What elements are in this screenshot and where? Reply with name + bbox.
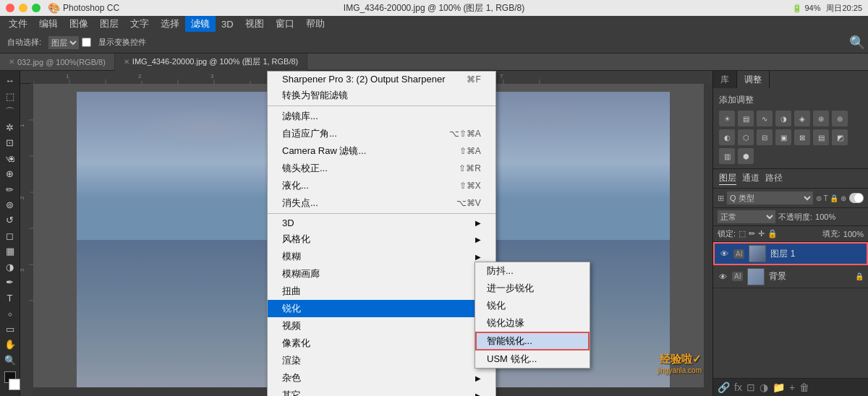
- adj-channelmix[interactable]: ⊟: [757, 129, 773, 145]
- tab-032[interactable]: ✕ 032.jpg @ 100%(RGB/8): [0, 53, 115, 71]
- lock-pixels-icon[interactable]: ✏: [749, 229, 755, 238]
- tab-library[interactable]: 库: [713, 71, 737, 88]
- tab-paths[interactable]: 路径: [765, 172, 783, 185]
- brush-tool[interactable]: ✏: [2, 182, 18, 196]
- eraser-tool[interactable]: ◻: [2, 229, 18, 243]
- svg-rect-34: [370, 272, 373, 301]
- adj-curves[interactable]: ∿: [757, 111, 773, 126]
- delete-layer-icon[interactable]: 🗑: [799, 382, 809, 393]
- background-color[interactable]: [9, 379, 20, 390]
- menu-3d[interactable]: 3D: [216, 16, 239, 32]
- adj-selectcolor[interactable]: ⬢: [738, 148, 754, 164]
- close-button[interactable]: [6, 4, 14, 12]
- layer-name-bg: 背景: [769, 270, 851, 283]
- path-tool[interactable]: ⬦: [2, 306, 18, 320]
- adj-colorlookup[interactable]: ▣: [775, 129, 791, 145]
- ai-badge-bg: AI: [732, 272, 743, 281]
- adj-hsl[interactable]: ⊛: [813, 111, 829, 126]
- fill-value[interactable]: 100%: [843, 230, 864, 238]
- svg-text:2: 2: [20, 196, 25, 199]
- svg-rect-35: [377, 272, 380, 301]
- svg-text:1: 1: [20, 124, 25, 127]
- menu-view[interactable]: 视图: [239, 16, 270, 32]
- menu-select[interactable]: 选择: [155, 16, 185, 32]
- visibility-icon-layer1[interactable]: 👁: [719, 249, 729, 258]
- scrollbar-vertical[interactable]: [704, 84, 712, 396]
- layer-style-icon[interactable]: fx: [734, 382, 742, 393]
- show-transform-checkbox[interactable]: [82, 38, 91, 47]
- adj-exposure[interactable]: ◑: [775, 111, 791, 126]
- menu-file[interactable]: 文件: [3, 16, 33, 32]
- tab-channels[interactable]: 通道: [742, 172, 760, 185]
- menu-layer[interactable]: 图层: [94, 16, 124, 32]
- adj-photofilt[interactable]: ⬡: [738, 129, 754, 145]
- filter-toggle[interactable]: [849, 193, 864, 203]
- text-tool[interactable]: T: [2, 291, 18, 305]
- tab-layers[interactable]: 图层: [719, 172, 736, 185]
- opacity-value[interactable]: 100%: [815, 212, 835, 221]
- menu-text[interactable]: 文字: [124, 16, 155, 32]
- tab-img4346[interactable]: ✕ IMG_4346-20000.jpg @ 100% (图层 1, RGB/8…: [115, 53, 307, 71]
- menu-window[interactable]: 窗口: [270, 16, 300, 32]
- link-layers-icon[interactable]: 🔗: [718, 382, 730, 393]
- adjustments-section: 添加调整 ☀ ▤ ∿ ◑ ◈ ⊛ ⊜ ◐ ⬡ ⊟ ▣ ⊠ ▤ ◩ ▥ ⬢: [713, 88, 868, 169]
- tab-bar: ✕ 032.jpg @ 100%(RGB/8) ✕ IMG_4346-20000…: [0, 53, 868, 71]
- history-tool[interactable]: ↺: [2, 213, 18, 227]
- svg-rect-0: [33, 71, 712, 84]
- layer-item-layer1[interactable]: 👁 AI 图层 1: [713, 242, 868, 265]
- heal-tool[interactable]: ⊕: [2, 167, 18, 181]
- menu-edit[interactable]: 编辑: [33, 16, 64, 32]
- ai-badge: AI: [733, 249, 744, 259]
- adj-bw[interactable]: ◐: [719, 129, 735, 145]
- canvas-image: [77, 92, 670, 388]
- lasso-tool[interactable]: ⌒: [2, 105, 18, 119]
- new-layer-icon[interactable]: +: [789, 382, 795, 393]
- eyedropper-tool[interactable]: 🖲: [2, 151, 18, 165]
- layer-item-background[interactable]: 👁 AI 背景 🔒: [713, 265, 868, 288]
- svg-rect-38: [352, 311, 395, 314]
- blend-mode-select[interactable]: 正常: [718, 210, 775, 223]
- adj-colorbalance[interactable]: ⊜: [832, 111, 848, 126]
- adj-threshold[interactable]: ◩: [832, 129, 848, 145]
- menu-filter[interactable]: 滤镜: [185, 16, 216, 32]
- adj-vibrance[interactable]: ◈: [794, 111, 810, 126]
- layer-mask-icon[interactable]: ⊡: [746, 382, 755, 393]
- traffic-lights: [6, 4, 41, 12]
- adjustment-layer-icon[interactable]: ◑: [760, 382, 768, 393]
- lock-transparent-icon[interactable]: ⬚: [739, 229, 746, 238]
- visibility-icon-bg[interactable]: 👁: [718, 272, 728, 281]
- maximize-button[interactable]: [32, 4, 41, 12]
- dodge-tool[interactable]: ◑: [2, 260, 18, 274]
- shape-tool[interactable]: ▭: [2, 322, 18, 336]
- svg-text:3: 3: [20, 268, 25, 272]
- search-icon[interactable]: 🔍: [849, 35, 865, 51]
- adj-gradientmap[interactable]: ▥: [719, 148, 735, 164]
- gradient-tool[interactable]: ▦: [2, 244, 18, 258]
- layer-group-icon[interactable]: 📁: [773, 382, 785, 393]
- adj-brightness[interactable]: ☀: [719, 111, 735, 126]
- menu-help[interactable]: 帮助: [300, 16, 331, 32]
- layer-select-dropdown[interactable]: 图层: [48, 36, 79, 49]
- menu-bar: 文件 编辑 图像 图层 文字 选择 滤镜 3D 视图 窗口 帮助: [0, 16, 868, 32]
- scrollbar-horizontal[interactable]: [33, 387, 704, 396]
- zoom-tool[interactable]: 🔍: [2, 353, 18, 366]
- toolbox: ↔ ⬚ ⌒ ✲ ⊡ 🖲 ⊕ ✏ ⊚ ↺ ◻ ▦ ◑ ✒ T ⬦ ▭ ✋ 🔍: [0, 71, 20, 396]
- move-tool[interactable]: ↔: [2, 74, 18, 87]
- adj-posterize[interactable]: ▤: [813, 129, 829, 145]
- selection-tool[interactable]: ⬚: [2, 89, 18, 103]
- crop-tool[interactable]: ⊡: [2, 136, 18, 150]
- lock-position-icon[interactable]: ✛: [758, 229, 765, 238]
- show-transform-label: 显示变换控件: [94, 35, 150, 49]
- wand-tool[interactable]: ✲: [2, 120, 18, 134]
- adj-levels[interactable]: ▤: [738, 111, 754, 126]
- minimize-button[interactable]: [19, 4, 27, 12]
- menu-image[interactable]: 图像: [64, 16, 94, 32]
- layer-type-select[interactable]: Q 类型: [727, 191, 813, 205]
- lock-all-icon[interactable]: 🔒: [767, 229, 778, 238]
- opacity-row: 不透明度: 100%: [778, 212, 864, 223]
- tab-adjustments[interactable]: 调整: [737, 71, 770, 88]
- hand-tool[interactable]: ✋: [2, 337, 18, 351]
- stamp-tool[interactable]: ⊚: [2, 198, 18, 212]
- adj-invert[interactable]: ⊠: [794, 129, 810, 145]
- pen-tool[interactable]: ✒: [2, 275, 18, 289]
